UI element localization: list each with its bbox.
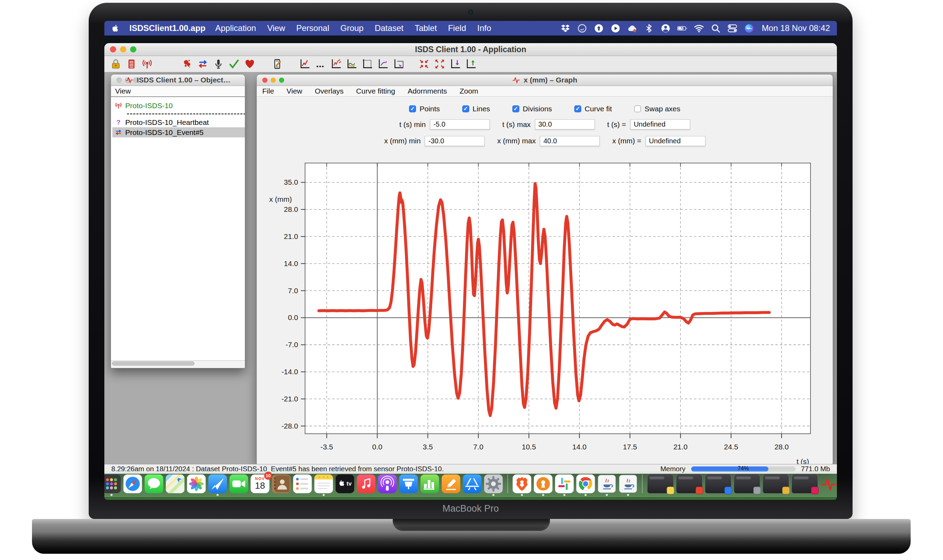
checkbox-swap-axes[interactable]: ✓Swap axes	[634, 105, 680, 113]
wifi-icon[interactable]	[694, 23, 704, 33]
dock-launchpad-icon[interactable]	[105, 474, 121, 493]
graph-window-titlebar[interactable]: x (mm) – Graph	[257, 74, 833, 86]
minimized-window-thumbnail[interactable]	[705, 474, 732, 494]
dock-java-app-icon[interactable]	[598, 474, 616, 493]
dock-keynote-icon[interactable]	[399, 474, 418, 493]
menu-info[interactable]: Info	[477, 23, 491, 33]
checkbox-box[interactable]: ✓	[512, 105, 519, 112]
field-input-t-s-max[interactable]: 30.0	[535, 119, 595, 129]
dock-messages-icon[interactable]	[145, 474, 163, 493]
zoom-button[interactable]	[130, 46, 136, 52]
toolbar-chart-derivative-button[interactable]	[330, 58, 342, 70]
plot-area[interactable]: -3.50.03.57.010.514.017.521.024.528.035.…	[257, 154, 833, 464]
object-item-Proto-ISDS-10_Heartbeat[interactable]: ?Proto-ISDS-10_Heartbeat	[112, 117, 245, 127]
creative-cloud-icon[interactable]	[577, 23, 587, 33]
account-icon[interactable]	[660, 23, 671, 33]
dock-music-icon[interactable]	[357, 474, 376, 493]
toolbar-zoom-out-button[interactable]	[434, 58, 446, 70]
toolbar-tablet-button[interactable]	[271, 58, 283, 70]
dropbox-icon[interactable]	[560, 23, 571, 33]
toolbar-heartbeat-button[interactable]	[244, 58, 256, 70]
dock-slack-icon[interactable]	[555, 474, 574, 493]
scrollbar-thumb[interactable]	[112, 362, 194, 366]
toolbar-chart-axes-button[interactable]	[362, 58, 373, 70]
checkbox-lines[interactable]: ✓Lines	[462, 105, 490, 113]
app-window-titlebar[interactable]: ISDS Client 1.00 - Application	[105, 43, 837, 56]
toolbar-chart-export-button[interactable]	[465, 58, 477, 70]
toolbar-confirm-button[interactable]	[228, 58, 240, 70]
toolbar-lock-button[interactable]	[110, 58, 122, 70]
field-input-x-mm-[interactable]: Undefined	[646, 136, 705, 146]
checkbox-curve-fit[interactable]: ✓Curve fit	[574, 105, 612, 113]
object-item-Proto-ISDS-10[interactable]: Proto-ISDS-10	[112, 100, 245, 111]
cloud-icon[interactable]	[627, 23, 637, 33]
minimized-window-thumbnail[interactable]	[763, 474, 789, 494]
menu-view[interactable]: View	[115, 87, 131, 95]
field-input-x-mm-max[interactable]: 40.0	[540, 136, 600, 146]
toolbar-chart-points-button[interactable]	[314, 58, 326, 70]
minimized-window-thumbnail[interactable]	[676, 474, 703, 494]
dock-notes-icon[interactable]	[314, 474, 333, 493]
battery-icon[interactable]	[677, 23, 687, 33]
checkbox-box[interactable]: ✓	[409, 105, 416, 112]
play-icon[interactable]	[611, 23, 620, 33]
dock-mail-icon[interactable]	[208, 474, 227, 493]
dock-brave-icon[interactable]	[513, 474, 532, 493]
bluetooth-icon[interactable]	[644, 23, 654, 33]
dock-chrome-icon[interactable]	[576, 474, 595, 493]
minimized-window-thumbnail[interactable]	[734, 474, 760, 494]
dock-maps-icon[interactable]	[166, 474, 185, 493]
dock-numbers-icon[interactable]	[420, 474, 439, 493]
horizontal-scrollbar[interactable]	[111, 360, 245, 368]
close-button[interactable]	[117, 78, 122, 83]
minimized-window-thumbnail[interactable]	[647, 474, 674, 494]
toolbar-chart-line-button[interactable]	[299, 58, 311, 70]
siri-icon[interactable]	[744, 23, 754, 33]
checkbox-box[interactable]: ✓	[462, 105, 469, 112]
dock-calendar-icon[interactable]: NOV1810	[251, 474, 269, 493]
checkbox-points[interactable]: ✓Points	[409, 105, 440, 113]
minimized-window-thumbnail[interactable]	[792, 474, 818, 494]
dock-reminders-icon[interactable]	[293, 474, 312, 493]
minimize-button[interactable]	[125, 78, 130, 83]
toolbar-antenna-button[interactable]	[141, 58, 153, 70]
toolbar-log-button[interactable]	[126, 58, 137, 70]
close-button[interactable]	[262, 78, 268, 83]
checkbox-box[interactable]: ✓	[634, 105, 641, 112]
onepassword-icon[interactable]	[594, 23, 604, 33]
dock-settings-icon[interactable]	[484, 474, 503, 493]
menu-bar-clock[interactable]: Mon 18 Nov 08:42	[762, 23, 830, 33]
dock-onepassword-icon[interactable]	[534, 474, 553, 493]
graph-menu-file[interactable]: File	[262, 87, 274, 95]
toolbar-chart-import-button[interactable]	[449, 58, 461, 70]
graph-menu-zoom[interactable]: Zoom	[460, 87, 478, 95]
toolbar-microphone-button[interactable]	[212, 58, 225, 70]
menu-field[interactable]: Field	[448, 23, 466, 33]
dock-safari-icon[interactable]	[123, 474, 142, 493]
checkbox-divisions[interactable]: ✓Divisions	[512, 105, 552, 113]
dock-contacts-icon[interactable]	[272, 474, 291, 493]
field-input-t-s-min[interactable]: -5.0	[430, 119, 490, 129]
menu-personal[interactable]: Personal	[296, 23, 329, 33]
menu-dataset[interactable]: Dataset	[375, 23, 403, 33]
dock-isds-monitor-icon[interactable]	[821, 474, 837, 493]
checkbox-box[interactable]: ✓	[574, 105, 581, 112]
dock-java-app-2-icon[interactable]	[619, 474, 638, 493]
menu-view[interactable]: View	[267, 23, 285, 33]
dock-appletv-icon[interactable]: tv	[336, 474, 354, 493]
spotlight-icon[interactable]	[711, 23, 721, 33]
toolbar-chart-annotate-button[interactable]	[377, 58, 389, 70]
object-item-Proto-ISDS-10_Event#5[interactable]: Proto-ISDS-10_Event#5	[112, 127, 245, 137]
menu-application[interactable]: Application	[215, 23, 256, 33]
minimize-button[interactable]	[120, 46, 126, 52]
graph-menu-adornments[interactable]: Adornments	[408, 87, 447, 95]
toolbar-splash-button[interactable]	[181, 58, 193, 70]
toolbar-sync-button[interactable]	[197, 58, 209, 70]
minimize-button[interactable]	[271, 78, 276, 83]
dock-podcasts-icon[interactable]	[378, 474, 397, 493]
zoom-button[interactable]	[133, 78, 138, 83]
apple-menu-icon[interactable]	[111, 24, 120, 33]
menu-group[interactable]: Group	[340, 23, 363, 33]
control-center-icon[interactable]	[727, 23, 737, 33]
field-input-x-mm-min[interactable]: -30.0	[425, 136, 485, 146]
